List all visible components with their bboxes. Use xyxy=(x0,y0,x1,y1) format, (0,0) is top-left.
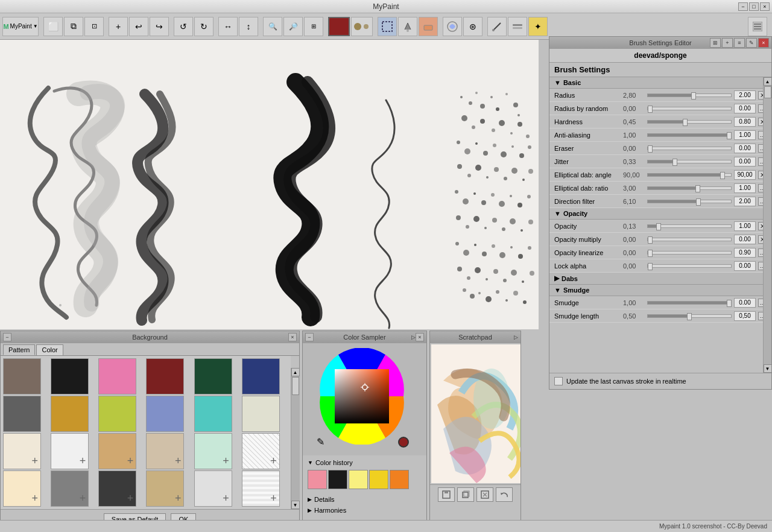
pattern-cell-7[interactable] xyxy=(3,396,41,432)
scratchpad-canvas[interactable] xyxy=(431,344,520,483)
add-pattern-15[interactable]: + xyxy=(127,455,134,467)
pattern-cell-13[interactable]: + xyxy=(3,433,41,469)
scratchpad-undo-btn[interactable] xyxy=(496,487,513,502)
brush-add-btn[interactable]: + xyxy=(722,38,733,48)
section-basic[interactable]: ▼ Basic xyxy=(549,77,771,89)
history-swatch-3[interactable] xyxy=(349,470,368,489)
update-realtime-checkbox[interactable] xyxy=(554,377,563,385)
pattern-cell-22[interactable]: + xyxy=(146,470,184,507)
elliptical-ratio-input[interactable] xyxy=(734,183,756,193)
scratchpad-copy-btn[interactable] xyxy=(457,487,474,502)
flip-v-button[interactable]: ↕ xyxy=(239,17,258,36)
rotate-ccw-button[interactable]: ↺ xyxy=(174,17,193,36)
pattern-cell-1[interactable] xyxy=(3,358,41,394)
pattern-cell-5[interactable] xyxy=(194,358,232,394)
direction-filter-input[interactable] xyxy=(734,197,756,206)
scratchpad-save-btn[interactable] xyxy=(438,487,455,502)
eraser-input[interactable] xyxy=(734,144,756,153)
elliptical-ratio-slider[interactable] xyxy=(647,186,732,190)
scroll-down[interactable]: ▼ xyxy=(291,501,300,509)
symmetry-tool[interactable]: ⊛ xyxy=(463,17,482,36)
maximize-button[interactable]: □ xyxy=(749,2,759,11)
color-tool[interactable] xyxy=(443,17,462,36)
add-pattern-21[interactable]: + xyxy=(127,492,134,505)
minimize-button[interactable]: − xyxy=(738,2,748,11)
radius-input[interactable] xyxy=(734,90,756,100)
color-panel-close[interactable]: × xyxy=(416,333,424,341)
pattern-cell-17[interactable]: + xyxy=(194,433,232,469)
selection-tool[interactable] xyxy=(378,17,397,36)
history-swatch-5[interactable] xyxy=(390,470,409,489)
foreground-color-swatch[interactable] xyxy=(328,17,350,36)
close-button[interactable]: × xyxy=(760,2,770,11)
brush-tool[interactable] xyxy=(487,17,507,36)
lock-alpha-input[interactable] xyxy=(734,261,756,271)
history-swatch-2[interactable] xyxy=(328,470,347,489)
pattern-cell-2[interactable] xyxy=(51,358,89,394)
scroll-up[interactable]: ▲ xyxy=(291,368,300,376)
duplicate-button[interactable]: ⧉ xyxy=(64,17,83,36)
background-panel-titlebar[interactable]: − Background × xyxy=(1,331,299,343)
details-row[interactable]: ▶ Details xyxy=(303,494,426,505)
pattern-cell-9[interactable] xyxy=(98,396,136,432)
color-wheel-container[interactable]: ✎ xyxy=(303,343,426,455)
add-pattern-23[interactable]: + xyxy=(223,492,229,505)
color-history-header[interactable]: ▼ Color history xyxy=(305,458,424,467)
opacity-multiply-slider[interactable] xyxy=(647,238,732,241)
pattern-cell-21[interactable]: + xyxy=(98,470,136,507)
elliptical-angle-slider[interactable] xyxy=(647,173,732,177)
panel-min-icon[interactable]: − xyxy=(3,333,11,341)
brush-preview[interactable] xyxy=(351,17,373,36)
add-pattern-14[interactable]: + xyxy=(80,455,86,467)
eraser-slider[interactable] xyxy=(647,147,732,150)
add-pattern-20[interactable]: + xyxy=(80,492,86,505)
flip-h-button[interactable]: ↔ xyxy=(218,17,238,36)
pattern-cell-24[interactable]: + xyxy=(242,470,280,507)
expand-scratchpad[interactable]: ▷ xyxy=(514,334,518,340)
star-button[interactable]: ✦ xyxy=(528,17,548,36)
pattern-cell-6[interactable] xyxy=(242,358,280,394)
pattern-cell-23[interactable]: + xyxy=(194,470,232,507)
pattern-scrollbar[interactable]: ▲ ▼ xyxy=(291,368,299,509)
fullscreen-button[interactable]: ⊡ xyxy=(84,17,104,36)
jitter-slider[interactable] xyxy=(647,160,732,163)
eyedropper-tool[interactable]: ✎ xyxy=(317,436,324,448)
rotate-cw-button[interactable]: ↻ xyxy=(194,17,214,36)
direction-filter-slider[interactable] xyxy=(647,200,732,203)
expand-color-panel[interactable]: ▷ xyxy=(411,334,416,340)
elliptical-angle-input[interactable] xyxy=(734,170,756,180)
brush-view-btn[interactable]: ⊞ xyxy=(710,38,721,48)
current-color-indicator[interactable] xyxy=(398,437,409,448)
anti-aliasing-slider[interactable] xyxy=(647,133,732,137)
add-pattern-22[interactable]: + xyxy=(175,492,182,505)
color-wheel-svg[interactable] xyxy=(314,348,410,445)
tab-color[interactable]: Color xyxy=(36,344,63,355)
pattern-cell-12[interactable] xyxy=(242,396,280,432)
scratchpad-titlebar[interactable]: Scratchpad ▷ xyxy=(430,331,520,343)
flood-fill-tool[interactable] xyxy=(398,17,417,36)
opacity-linearize-input[interactable] xyxy=(734,248,756,258)
smudge-length-input[interactable] xyxy=(734,311,756,321)
tab-pattern[interactable]: Pattern xyxy=(3,344,35,355)
brush-icon-btn[interactable]: ✎ xyxy=(746,38,757,48)
color-panel-min[interactable]: − xyxy=(305,333,314,341)
lock-alpha-slider[interactable] xyxy=(647,264,732,268)
pattern-cell-15[interactable]: + xyxy=(98,433,136,469)
redo-button[interactable]: ↪ xyxy=(150,17,169,36)
pattern-cell-20[interactable]: + xyxy=(51,470,89,507)
jitter-input[interactable] xyxy=(734,157,756,166)
pattern-cell-10[interactable] xyxy=(146,396,184,432)
add-pattern-19[interactable]: + xyxy=(31,492,38,505)
smudge-slider[interactable] xyxy=(647,301,732,305)
canvas-content[interactable] xyxy=(0,40,539,329)
scroll-thumb[interactable] xyxy=(292,377,299,395)
smudge-length-slider[interactable] xyxy=(647,314,732,318)
settings-scrollbar[interactable]: ▲ ▼ xyxy=(763,77,771,373)
add-pattern-17[interactable]: + xyxy=(223,455,229,467)
background-panel-close[interactable]: × xyxy=(288,333,297,341)
opacity-slider[interactable] xyxy=(647,224,732,228)
add-layer-button[interactable]: + xyxy=(109,17,128,36)
radius-random-input[interactable] xyxy=(734,104,756,113)
pattern-cell-3[interactable] xyxy=(98,358,136,394)
undo-button[interactable]: ↩ xyxy=(129,17,148,36)
